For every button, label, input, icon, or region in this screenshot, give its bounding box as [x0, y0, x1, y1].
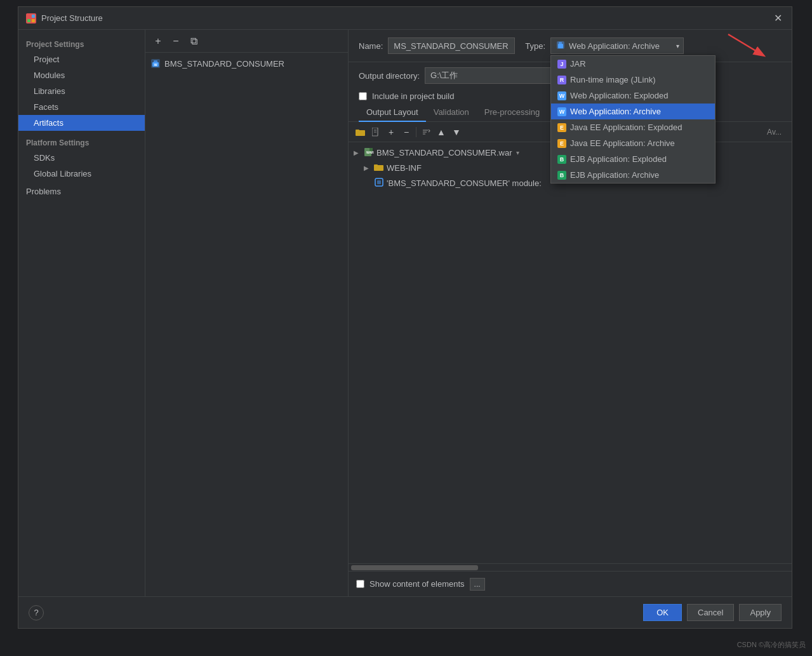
- tab-output-layout[interactable]: Output Layout: [359, 104, 426, 122]
- jee-archive-icon: E: [557, 139, 566, 148]
- dropdown-item-ejb-exploded[interactable]: B EJB Application: Exploded: [551, 151, 715, 167]
- type-field-group: Type: Web Application: Archive: [525, 37, 684, 54]
- toolbar-remove-btn[interactable]: −: [399, 125, 413, 139]
- ejb-archive-icon: B: [557, 171, 566, 180]
- expand-webinf-icon: ▶: [364, 164, 374, 171]
- toolbar-separator: [416, 127, 416, 137]
- toolbar-file-btn[interactable]: [369, 125, 383, 139]
- tab-pre-processing[interactable]: Pre-processing: [477, 104, 547, 122]
- artifact-entry[interactable]: W BMS_STANDARD_CONSUMER: [145, 55, 348, 72]
- dots-button[interactable]: ...: [470, 578, 485, 591]
- svg-rect-14: [356, 130, 359, 131]
- platform-settings-label: Platform Settings: [18, 131, 145, 150]
- main-header: Name: Type:: [349, 30, 792, 62]
- tree-area: ▶ WAR BMS_STANDARD_CONSUMER.war ▾ ▶: [349, 142, 792, 563]
- help-button[interactable]: ?: [29, 605, 44, 620]
- module-icon: [374, 177, 384, 189]
- sidebar-item-libraries[interactable]: Libraries: [18, 83, 145, 99]
- svg-rect-0: [27, 15, 30, 18]
- dropdown-item-ejb-archive[interactable]: B EJB Application: Archive: [551, 167, 715, 183]
- dropdown-item-jee-archive-label: Java EE Application: Archive: [570, 138, 675, 148]
- war-item-label: BMS_STANDARD_CONSUMER.war: [376, 148, 512, 157]
- include-build-checkbox[interactable]: [359, 92, 367, 100]
- dropdown-item-runtime-image[interactable]: R Run-time image (JLink): [551, 72, 715, 88]
- project-settings-label: Project Settings: [18, 35, 145, 51]
- webinf-item-label: WEB-INF: [387, 163, 422, 173]
- svg-rect-3: [32, 19, 35, 22]
- artifact-name: BMS_STANDARD_CONSUMER: [164, 59, 284, 69]
- tab-validation[interactable]: Validation: [426, 104, 477, 122]
- jee-exploded-icon: E: [557, 123, 566, 132]
- svg-text:WAR: WAR: [366, 151, 374, 154]
- watermark-text: CSDN ©高冷的搞笑员: [737, 640, 806, 650]
- toolbar-folder-btn[interactable]: [354, 125, 368, 139]
- toolbar-add-btn[interactable]: +: [384, 125, 398, 139]
- copy-artifact-button[interactable]: ⧉: [186, 34, 201, 49]
- type-dropdown-button[interactable]: Web Application: Archive ▾: [550, 37, 684, 54]
- ok-button[interactable]: OK: [643, 604, 682, 621]
- sidebar-item-modules[interactable]: Modules: [18, 67, 145, 83]
- artifact-icon: W: [150, 58, 161, 69]
- jar-icon: J: [557, 60, 566, 69]
- folder-icon: [374, 163, 384, 173]
- dropdown-item-jee-exploded-label: Java EE Application: Exploded: [570, 123, 682, 132]
- show-content-bar: Show content of elements ...: [349, 571, 792, 596]
- runtime-icon: R: [557, 76, 566, 84]
- dropdown-item-web-archive[interactable]: W Web Application: Archive: [551, 104, 715, 119]
- artifact-list-panel: + − ⧉ W BMS_STANDARD_CONSUMER: [145, 30, 349, 596]
- toolbar-up-btn[interactable]: ▲: [434, 125, 448, 139]
- sidebar-item-problems[interactable]: Problems: [18, 182, 145, 199]
- toolbar-sort-btn[interactable]: [419, 125, 433, 139]
- toolbar-down-btn[interactable]: ▼: [449, 125, 463, 139]
- name-input[interactable]: [388, 37, 515, 54]
- dropdown-item-web-archive-label: Web Application: Archive: [570, 107, 661, 116]
- dropdown-item-jar[interactable]: J JAR: [551, 56, 715, 72]
- red-arrow-decoration: [722, 31, 773, 65]
- sidebar-item-global-libraries[interactable]: Global Libraries: [18, 166, 145, 182]
- scrollbar-thumb[interactable]: [351, 565, 478, 570]
- svg-rect-27: [377, 180, 381, 184]
- dropdown-web-icon: [556, 41, 565, 51]
- show-content-label: Show content of elements: [369, 579, 465, 589]
- svg-rect-25: [374, 164, 378, 166]
- expand-war-icon: ▶: [354, 149, 364, 156]
- svg-rect-10: [559, 42, 562, 44]
- ejb-exploded-icon: B: [557, 155, 566, 164]
- name-label: Name:: [359, 41, 383, 51]
- horizontal-scrollbar[interactable]: [349, 563, 792, 571]
- close-button[interactable]: ✕: [771, 12, 784, 25]
- output-dir-label: Output directory:: [359, 71, 420, 81]
- show-content-checkbox[interactable]: [356, 580, 364, 588]
- svg-line-12: [728, 34, 763, 55]
- svg-text:W: W: [154, 63, 157, 67]
- sidebar-item-sdks[interactable]: SDKs: [18, 150, 145, 166]
- type-dropdown-container: Web Application: Archive ▾ J JAR R Ru: [550, 37, 684, 54]
- footer-left: ?: [29, 605, 44, 620]
- sidebar-item-project[interactable]: Project: [18, 51, 145, 67]
- dropdown-item-jee-exploded[interactable]: E Java EE Application: Exploded: [551, 119, 715, 135]
- sidebar: Project Settings Project Modules Librari…: [18, 30, 145, 596]
- sidebar-item-facets[interactable]: Facets: [18, 99, 145, 115]
- svg-rect-9: [558, 44, 563, 48]
- add-artifact-button[interactable]: +: [150, 34, 166, 49]
- dropdown-item-jee-archive[interactable]: E Java EE Application: Archive: [551, 135, 715, 151]
- apply-button[interactable]: Apply: [739, 604, 782, 621]
- svg-rect-1: [32, 15, 35, 18]
- dropdown-item-runtime-label: Run-time image (JLink): [570, 75, 655, 84]
- dropdown-item-web-exploded[interactable]: W Web Application: Exploded: [551, 88, 715, 104]
- dialog-title: Project Structure: [41, 13, 771, 23]
- web-archive-icon: W: [557, 107, 566, 116]
- type-dropdown-menu: J JAR R Run-time image (JLink) W Web App…: [550, 55, 715, 184]
- type-dropdown-value: Web Application: Archive: [569, 41, 660, 51]
- remove-artifact-button[interactable]: −: [168, 34, 183, 49]
- include-build-label: Include in project build: [372, 91, 454, 101]
- dropdown-item-jar-label: JAR: [570, 59, 586, 69]
- main-panel: Name: Type:: [349, 30, 792, 596]
- war-item-dropdown-icon[interactable]: ▾: [516, 149, 519, 156]
- sidebar-item-artifacts[interactable]: Artifacts: [18, 115, 145, 131]
- svg-rect-2: [27, 19, 30, 22]
- web-exploded-icon: W: [557, 91, 566, 100]
- app-icon: [26, 13, 36, 23]
- dropdown-arrow-icon: ▾: [676, 43, 679, 50]
- cancel-button[interactable]: Cancel: [687, 604, 734, 621]
